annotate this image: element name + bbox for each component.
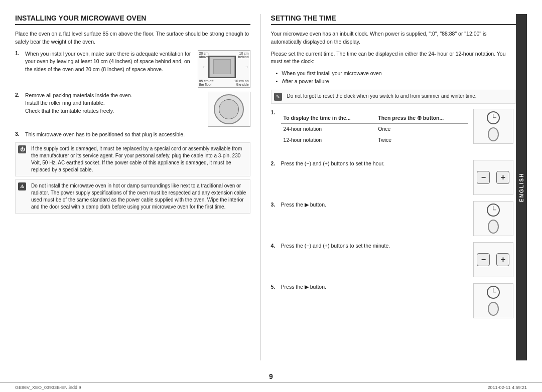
setting-step3: 3. Press the ▶ button.: [271, 201, 516, 236]
setting-step3-text: 3. Press the ▶ button.: [271, 201, 468, 209]
clock-hand-h-3: [493, 210, 496, 211]
step2-text3: Check that the turntable rotates freely.: [25, 107, 132, 115]
minus-button-2: −: [477, 253, 490, 266]
twice: Twice: [375, 135, 468, 146]
minus-button-1: −: [477, 171, 490, 184]
language-sidebar: ENGLISH: [516, 14, 527, 360]
setting-bullets: When you first install your microwave ov…: [271, 70, 516, 86]
step1-diagram: [473, 109, 516, 144]
vent-label-top-right: 10 cmbehind: [238, 52, 249, 59]
footer-left: GE86V_XEO_03933B-EN.indd 9: [15, 385, 81, 390]
page-footer: GE86V_XEO_03933B-EN.indd 9 2011-02-11 4:…: [0, 382, 542, 392]
plug-icon: ⏻: [18, 145, 26, 153]
main-content: INSTALLING YOUR MICROWAVE OVEN Place the…: [0, 0, 542, 370]
right-column: SETTING THE TIME Your microwave oven has…: [261, 14, 527, 360]
setting-step1: 1. To display the time in the... Then pr…: [271, 109, 516, 154]
step1-diagram-box: [473, 109, 513, 144]
page-number: 9: [0, 370, 542, 382]
clock-icon-3: [487, 204, 500, 217]
install-note1: ⏻ If the supply cord is damaged, it must…: [15, 142, 250, 176]
left-column: INSTALLING YOUR MICROWAVE OVEN Place the…: [15, 14, 261, 360]
table-row: 12-hour notation Twice: [281, 135, 468, 146]
step3-label: Press the ▶ button.: [281, 201, 326, 209]
step2-text2: Install the roller ring and turntable.: [25, 99, 132, 107]
oval-button-1: [488, 127, 499, 141]
page-container: INSTALLING YOUR MICROWAVE OVEN Place the…: [0, 0, 542, 392]
step1-num: 1.: [15, 50, 23, 74]
oval-button-5: [488, 302, 499, 316]
clock-hand-h-5: [493, 292, 496, 293]
step4-num-r: 4.: [271, 242, 279, 250]
arrow-left: ←: [202, 65, 206, 69]
plus-minus-box-2: − +: [473, 242, 513, 277]
oval-button-3: [488, 220, 499, 234]
col1-header: To display the time in the...: [281, 113, 376, 124]
setting-step4: 4. Press the (−) and (+) buttons to set …: [271, 242, 516, 277]
note-pencil-icon: ✎: [274, 93, 282, 101]
setting-note-text: Do not forget to reset the clock when yo…: [287, 93, 477, 100]
install-note2: ⚠ Do not install the microwave oven in h…: [15, 179, 250, 214]
plus-button-2: +: [496, 253, 509, 266]
step5-diagram: [473, 283, 516, 318]
step2-num: 2.: [15, 92, 23, 98]
table-row: 24-hour notation Once: [281, 124, 468, 135]
col2-header: Then press the ⊕ button...: [375, 113, 468, 124]
setting-step5-text: 5. Press the ▶ button.: [271, 283, 468, 291]
ventilation-diagram: 20 cmabove 10 cmbehind ← → 85 cm offthe …: [198, 50, 250, 88]
arrow-right: →: [245, 65, 249, 69]
step2-num-r: 2.: [271, 160, 279, 168]
setting-step2-text: 2. Press the (−) and (+) buttons to set …: [271, 160, 468, 168]
clock-icon-1: [487, 111, 500, 124]
setting-step1-text: 1. To display the time in the... Then pr…: [271, 109, 468, 154]
right-inner: SETTING THE TIME Your microwave oven has…: [271, 14, 516, 360]
vent-label-bottom-left: 85 cm offthe floor: [199, 79, 214, 86]
note-icon-area: ✎: [274, 93, 285, 101]
warning-icon: ⚠: [18, 182, 26, 190]
bullet-1: When you first install your microwave ov…: [276, 70, 516, 78]
step1-content: When you install your oven, make sure th…: [25, 50, 194, 74]
warning-icon-area: ⚠: [18, 182, 29, 190]
turntable-diagram: [208, 92, 250, 127]
footer-right: 2011-02-11 4:59:21: [487, 385, 527, 390]
step3-num: 3.: [15, 131, 23, 139]
notation-24: 24-hour notation: [281, 124, 376, 135]
bullet-2: After a power failure: [276, 78, 516, 86]
step3-diagram-box: [473, 201, 513, 236]
setting-intro: Your microwave oven has an inbuilt clock…: [271, 30, 516, 46]
setting-step4-text: 4. Press the (−) and (+) buttons to set …: [271, 242, 468, 250]
step2-diagram: − +: [473, 160, 516, 195]
step3-text: This microwave oven has to be positioned…: [25, 131, 185, 139]
vent-label-top-left: 20 cmabove: [199, 52, 209, 59]
install-title: INSTALLING YOUR MICROWAVE OVEN: [15, 14, 250, 25]
step3-diagram: [473, 201, 516, 236]
install-intro: Place the oven on a flat level surface 8…: [15, 30, 250, 46]
install-step2: 2. Remove all packing materials inside t…: [15, 92, 250, 127]
plug-icon-area: ⏻: [18, 145, 29, 153]
oven-door: [213, 59, 231, 74]
oven-box: [208, 56, 236, 78]
step5-num-r: 5.: [271, 283, 279, 291]
note2-text: Do not install the microwave oven in hot…: [31, 182, 247, 211]
step5-diagram-box: [473, 283, 513, 318]
note1-text: If the supply cord is damaged, it must b…: [31, 145, 247, 173]
setting-details: Please set the current time. The time ca…: [271, 50, 516, 66]
step3-num-r: 3.: [271, 201, 279, 209]
step2-label: Press the (−) and (+) buttons to set the…: [281, 160, 385, 168]
turntable-plate: [219, 99, 239, 119]
vent-label-bottom-right: 10 cm onthe side: [234, 79, 249, 86]
turntable-ring: [214, 94, 244, 124]
step1-num-r: 1.: [271, 109, 279, 117]
notation-12: 12-hour notation: [281, 135, 376, 146]
step4-diagram: − +: [473, 242, 516, 277]
time-notation-table: To display the time in the... Then press…: [281, 113, 468, 146]
install-step1: 1. When you install your oven, make sure…: [15, 50, 250, 88]
clock-hand-h: [493, 117, 496, 118]
install-step1-text: 1. When you install your oven, make sure…: [15, 50, 194, 77]
install-step2-text: 2. Remove all packing materials inside t…: [15, 92, 204, 115]
step2-text1: Remove all packing materials inside the …: [25, 92, 132, 100]
once: Once: [375, 124, 468, 135]
plus-minus-box-1: − +: [473, 160, 513, 195]
step5-label: Press the ▶ button.: [281, 283, 326, 291]
plus-button-1: +: [496, 171, 509, 184]
setting-title: SETTING THE TIME: [271, 14, 516, 25]
